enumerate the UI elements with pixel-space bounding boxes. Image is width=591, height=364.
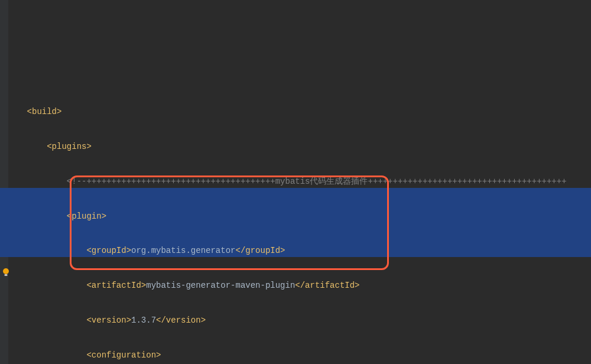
intention-bulb-icon[interactable] <box>1 245 11 254</box>
code-line[interactable]: <artifactId>mybatis-generator-maven-plug… <box>7 280 591 292</box>
svg-rect-1 <box>5 274 8 276</box>
code-line[interactable]: <groupId>org.mybatis.generator</groupId> <box>7 245 591 257</box>
code-line[interactable]: <plugin> <box>7 211 591 223</box>
svg-point-0 <box>3 268 9 274</box>
code-line[interactable]: <configuration> <box>7 350 591 362</box>
code-line[interactable]: <plugins> <box>7 141 591 153</box>
code-editor[interactable]: <build> <plugins> <!--++++++++++++++++++… <box>0 0 591 364</box>
code-line[interactable]: <build> <box>7 106 591 118</box>
code-line[interactable]: <version>1.3.7</version> <box>7 315 591 327</box>
code-content: <build> <plugins> <!--++++++++++++++++++… <box>7 83 591 364</box>
code-line[interactable]: <!--++++++++++++++++++++++++++++++++++++… <box>7 176 591 188</box>
